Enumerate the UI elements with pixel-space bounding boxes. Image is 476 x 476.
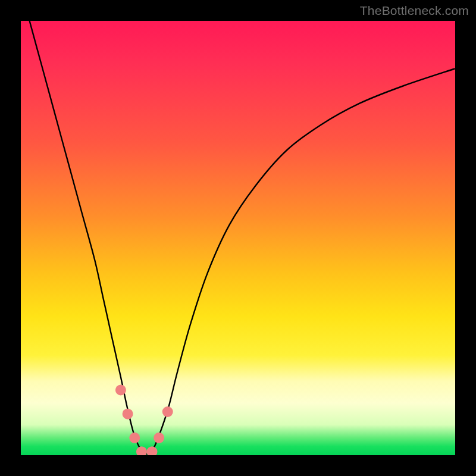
marker-left-mid bbox=[123, 409, 133, 419]
marker-bottom-right bbox=[146, 446, 157, 455]
marker-right-upper bbox=[162, 406, 173, 417]
marker-left-lower bbox=[129, 433, 140, 443]
marker-bottom-left bbox=[136, 446, 147, 455]
marker-left-upper bbox=[115, 385, 126, 396]
chart-frame: TheBottleneck.com bbox=[0, 0, 476, 476]
chart-svg bbox=[21, 21, 455, 455]
marker-right-lower bbox=[154, 433, 164, 443]
curve-path bbox=[30, 21, 455, 454]
watermark-text: TheBottleneck.com bbox=[360, 4, 469, 18]
plot-area bbox=[21, 21, 455, 455]
